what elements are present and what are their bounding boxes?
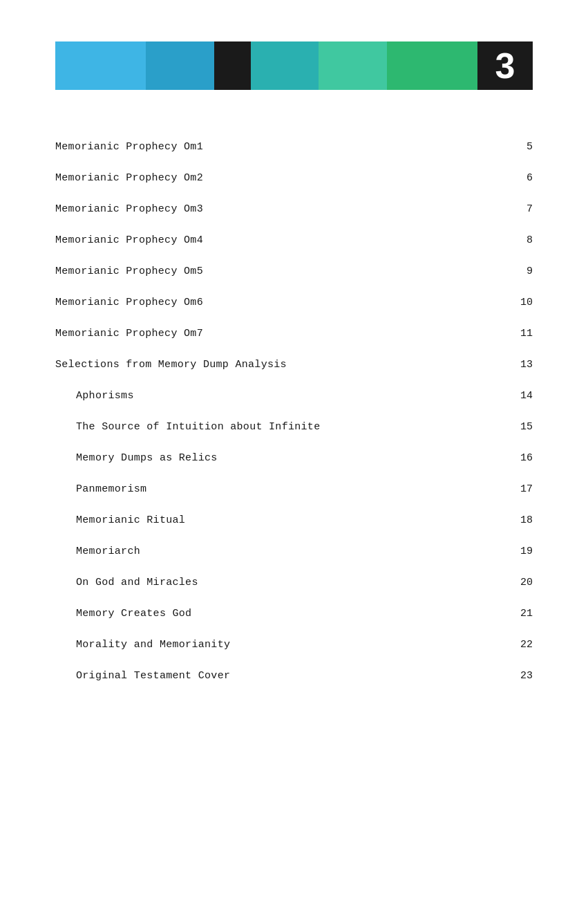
toc-item: Selections from Memory Dump Analysis13 [55,349,533,380]
toc-item-page: 20 [512,577,533,588]
toc-item: Memorianic Prophecy Om610 [55,287,533,318]
toc-item-title: Memorianic Prophecy Om5 [55,266,203,277]
toc-item-title: Memory Dumps as Relics [55,452,218,464]
toc-item-page: 19 [512,546,533,557]
toc-item-page: 18 [512,514,533,526]
toc-item-page: 14 [512,390,533,402]
toc-item-title: Memorianic Prophecy Om2 [55,172,203,184]
toc-item-page: 8 [512,234,533,246]
header-bar: 3 [55,41,533,90]
toc-item: Original Testament Cover23 [55,660,533,691]
toc-item-title: Morality and Memorianity [55,639,230,651]
toc-item: Memorianic Prophecy Om37 [55,194,533,225]
toc-item-page: 13 [512,359,533,371]
toc-item-page: 15 [512,421,533,433]
toc-item: Aphorisms14 [55,380,533,411]
toc-item: Memory Dumps as Relics16 [55,443,533,474]
toc-item: Memorianic Prophecy Om48 [55,225,533,256]
color-block [319,41,387,90]
toc-item-title: Memorianic Prophecy Om3 [55,203,203,215]
toc-item-page: 5 [512,141,533,153]
color-block [214,41,251,90]
toc-item-title: Selections from Memory Dump Analysis [55,359,287,371]
toc-item: Memorianic Prophecy Om26 [55,162,533,194]
toc-item-title: Memorianic Prophecy Om7 [55,328,203,339]
chapter-number: 3 [477,41,533,90]
toc-item: Memoriarch19 [55,536,533,567]
toc-list: Memorianic Prophecy Om15Memorianic Proph… [55,131,533,691]
toc-item: Memorianic Prophecy Om15 [55,131,533,162]
toc-item: Morality and Memorianity22 [55,629,533,660]
toc-item-title: On God and Miracles [55,577,198,588]
toc-item: Memorianic Ritual18 [55,505,533,536]
toc-item-page: 10 [512,297,533,308]
color-block [55,41,146,90]
toc-item: Memory Creates God21 [55,598,533,629]
toc-item-title: Memorianic Prophecy Om4 [55,234,203,246]
toc-item-title: The Source of Intuition about Infinite [55,421,320,433]
toc-item-title: Panmemorism [55,483,146,495]
toc-item-title: Original Testament Cover [55,670,230,682]
color-block [387,41,477,90]
toc-item-page: 21 [512,608,533,620]
toc-item-page: 7 [512,203,533,215]
toc-item-title: Aphorisms [55,390,134,402]
toc-item: Memorianic Prophecy Om711 [55,318,533,349]
toc-item-page: 23 [512,670,533,682]
toc-item-page: 6 [512,172,533,184]
toc-item-title: Memory Creates God [55,608,191,620]
toc-item-title: Memorianic Prophecy Om6 [55,297,203,308]
toc-item: Panmemorism17 [55,474,533,505]
toc-item-title: Memorianic Prophecy Om1 [55,141,203,153]
page-container: 3 Memorianic Prophecy Om15Memorianic Pro… [0,0,588,921]
color-block [146,41,214,90]
toc-item-page: 9 [512,266,533,277]
toc-item: The Source of Intuition about Infinite15 [55,411,533,443]
toc-item: On God and Miracles20 [55,567,533,598]
color-block [251,41,319,90]
toc-item-title: Memoriarch [55,546,140,557]
toc-item-page: 11 [512,328,533,339]
toc-item-page: 22 [512,639,533,651]
toc-item-page: 17 [512,483,533,495]
toc-item-title: Memorianic Ritual [55,514,185,526]
color-strip [55,41,477,90]
toc-item-page: 16 [512,452,533,464]
toc-item: Memorianic Prophecy Om59 [55,256,533,287]
